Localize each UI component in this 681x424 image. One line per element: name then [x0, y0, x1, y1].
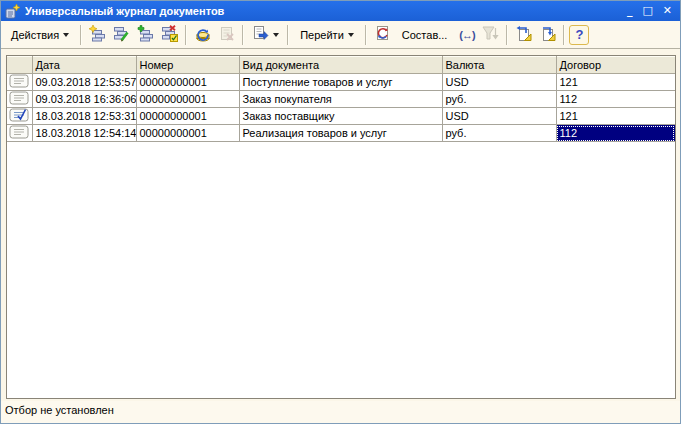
column-header-doc-type[interactable]: Вид документа [239, 57, 442, 74]
output-list-down-icon [539, 25, 556, 44]
doc-status-icon [9, 112, 29, 124]
edit-row-icon [113, 25, 130, 44]
toolbar: Действия [1, 21, 680, 49]
unpost-document-icon [218, 25, 235, 44]
doc-icon-cell[interactable] [7, 91, 32, 108]
cell-currency[interactable]: USD [442, 74, 556, 91]
cell-doc-type[interactable]: Заказ покупателя [239, 91, 442, 108]
goto-menu-button[interactable]: Перейти [293, 25, 361, 45]
copy-row-icon [137, 25, 154, 44]
toolbar-separator [287, 25, 289, 45]
post-document-icon [194, 25, 211, 44]
maximize-button[interactable]: □ [642, 3, 652, 19]
cell-number[interactable]: 00000000001 [136, 108, 239, 125]
chevron-down-icon [273, 33, 279, 37]
column-header-icon[interactable] [7, 57, 32, 74]
cell-doc-type[interactable]: Заказ поставщику [239, 108, 442, 125]
cell-number[interactable]: 00000000001 [136, 125, 239, 142]
copy-row-button[interactable] [134, 24, 157, 46]
journal-table: Дата Номер Вид документа Валюта Договор … [7, 56, 676, 142]
cell-contract[interactable]: 121 [556, 74, 675, 91]
actions-menu-label: Действия [11, 29, 59, 41]
app-window: Универсальный журнал документов _ □ ✕ Де… [0, 0, 681, 424]
goto-menu-label: Перейти [300, 29, 344, 41]
toolbar-separator [185, 25, 187, 45]
add-row-icon [89, 25, 106, 44]
unpost-document-button[interactable] [215, 24, 238, 46]
journal-window-icon [5, 3, 21, 19]
output-list-up-button[interactable] [512, 24, 535, 46]
doc-icon-cell[interactable] [7, 125, 32, 142]
doc-status-icon [9, 129, 29, 141]
column-header-contract[interactable]: Договор [556, 57, 675, 74]
toolbar-separator [365, 25, 367, 45]
main-area: Дата Номер Вид документа Валюта Договор … [1, 49, 680, 401]
cell-contract[interactable]: 121 [556, 108, 675, 125]
cell-number[interactable]: 00000000001 [136, 91, 239, 108]
cell-date[interactable]: 18.03.2018 12:53:31 [32, 108, 136, 125]
cell-number[interactable]: 00000000001 [136, 74, 239, 91]
chevron-down-icon [63, 33, 69, 37]
minimize-button[interactable]: _ [627, 3, 633, 19]
help-button[interactable]: ? [569, 25, 589, 45]
refresh-button[interactable] [371, 24, 394, 46]
toolbar-separator [563, 25, 565, 45]
close-button[interactable]: ✕ [663, 3, 672, 19]
cell-date[interactable]: 18.03.2018 12:54:14 [32, 125, 136, 142]
journal-table-frame: Дата Номер Вид документа Валюта Договор … [6, 55, 676, 399]
post-document-button[interactable] [191, 24, 214, 46]
column-width-button[interactable]: (↔) [455, 24, 478, 46]
chevron-down-icon [348, 33, 354, 37]
journal-table-body: 09.03.2018 12:53:57 00000000001 Поступле… [7, 74, 675, 142]
column-header-date[interactable]: Дата [32, 57, 136, 74]
doc-status-icon [9, 78, 29, 90]
table-row[interactable]: 09.03.2018 12:53:57 00000000001 Поступле… [7, 74, 675, 91]
column-header-currency[interactable]: Валюта [442, 57, 556, 74]
table-row[interactable]: 18.03.2018 12:54:14 00000000001 Реализац… [7, 125, 675, 142]
help-icon: ? [575, 27, 583, 42]
status-text: Отбор не установлен [5, 404, 114, 416]
doc-icon-cell[interactable] [7, 74, 32, 91]
titlebar: Универсальный журнал документов _ □ ✕ [1, 1, 680, 21]
window-title: Универсальный журнал документов [25, 5, 627, 17]
cell-currency[interactable]: руб. [442, 91, 556, 108]
cell-contract[interactable]: 112 [556, 125, 675, 142]
doc-icon-cell[interactable] [7, 108, 32, 125]
cell-date[interactable]: 09.03.2018 12:53:57 [32, 74, 136, 91]
toolbar-separator [506, 25, 508, 45]
delete-row-button[interactable] [158, 24, 181, 46]
table-header-row: Дата Номер Вид документа Валюта Договор [7, 57, 675, 74]
add-row-button[interactable] [86, 24, 109, 46]
refresh-icon [374, 25, 391, 44]
cell-contract[interactable]: 112 [556, 91, 675, 108]
cell-currency[interactable]: USD [442, 108, 556, 125]
output-list-up-icon [515, 25, 532, 44]
cell-doc-type[interactable]: Реализация товаров и услуг [239, 125, 442, 142]
table-row[interactable]: 09.03.2018 16:36:06 00000000001 Заказ по… [7, 91, 675, 108]
toolbar-separator [80, 25, 82, 45]
delete-row-icon [161, 25, 178, 44]
compose-button[interactable]: Состав... [395, 25, 455, 45]
output-list-down-button[interactable] [536, 24, 559, 46]
filter-icon [482, 25, 499, 44]
output-document-icon [252, 25, 269, 44]
cell-currency[interactable]: руб. [442, 125, 556, 142]
compose-button-label: Состав... [402, 29, 448, 41]
toolbar-separator [242, 25, 244, 45]
table-row[interactable]: 18.03.2018 12:53:31 00000000001 Заказ по… [7, 108, 675, 125]
actions-menu-button[interactable]: Действия [4, 25, 76, 45]
filter-sort-button[interactable] [479, 24, 502, 46]
statusbar: Отбор не установлен [1, 401, 680, 423]
doc-status-icon [9, 95, 29, 107]
cell-doc-type[interactable]: Поступление товаров и услуг [239, 74, 442, 91]
column-header-number[interactable]: Номер [136, 57, 239, 74]
cell-date[interactable]: 09.03.2018 16:36:06 [32, 91, 136, 108]
edit-row-button[interactable] [110, 24, 133, 46]
column-width-icon: (↔) [459, 29, 474, 41]
output-document-button[interactable] [248, 21, 283, 48]
